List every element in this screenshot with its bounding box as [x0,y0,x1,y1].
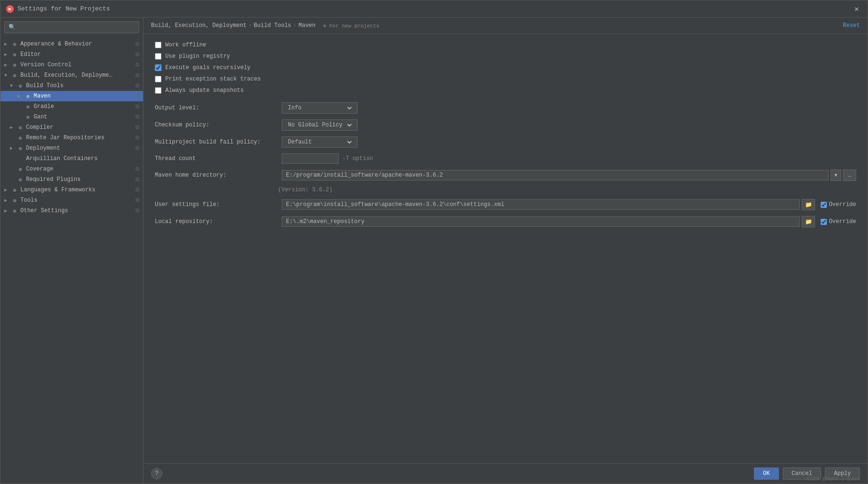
sidebar-item-other-settings[interactable]: ▶ ⊙ Other Settings ⧉ [0,206,143,216]
local-repo-row: Local repository: 📁 Override [155,216,856,227]
copy-icon: ⧉ [135,62,139,68]
sidebar-item-tools[interactable]: ▶ ⊙ Tools ⧉ [0,195,143,206]
sidebar-item-gant[interactable]: ▶ ⊙ Gant ⧉ [0,112,143,122]
item-icon: ⊙ [11,61,18,69]
checkbox-plugin-registry-row: Use plugin registry [155,53,856,60]
reset-button[interactable]: Reset [843,22,860,29]
user-settings-override-label[interactable]: Override [829,201,856,208]
local-repo-input[interactable] [282,216,800,227]
user-settings-label: User settings file: [155,201,278,208]
user-settings-browse-button[interactable]: 📁 [802,199,815,210]
maven-home-label: Maven home directory: [155,172,278,179]
breadcrumb-part3: Maven [298,22,315,29]
thread-count-row: Thread count -T option [155,153,856,164]
arrow-icon: ▶ [4,52,11,57]
window-title: Settings for New Projects [18,5,851,12]
sidebar-item-coverage[interactable]: ▶ ⊙ Coverage ⧉ [0,164,143,174]
item-icon: ⊙ [11,51,18,58]
user-settings-input[interactable] [282,199,800,210]
sidebar-item-required-plugins[interactable]: ▶ ⊙ Required Plugins ⧉ [0,174,143,185]
copy-icon: ⧉ [135,104,139,109]
bottom-bar: ? OK Cancel Apply CSDN @Made | pool [143,463,868,484]
maven-home-input-group: ▼ … [282,170,856,181]
separator1: › [249,22,252,29]
maven-home-input[interactable] [282,170,829,180]
work-offline-label[interactable]: Work offline [165,42,206,48]
arrow-icon: ▶ [4,62,11,68]
copy-icon: ⧉ [135,187,139,193]
item-icon: ⊙ [24,113,32,121]
breadcrumb-part2: Build Tools [254,22,291,29]
sidebar-item-languages[interactable]: ▶ ⊙ Languages & Frameworks ⧉ [0,185,143,195]
arrow-icon: ▶ [10,145,17,151]
copy-icon: ⧉ [135,177,139,182]
close-button[interactable]: ✕ [851,3,862,15]
use-plugin-registry-checkbox[interactable] [155,53,161,60]
local-repo-browse-button[interactable]: 📁 [802,216,815,227]
thread-count-label: Thread count [155,155,278,162]
maven-home-browse-button[interactable]: … [843,170,856,181]
sidebar-item-gradle[interactable]: ▶ ⊙ Gradle ⧉ [0,101,143,112]
output-level-select-wrapper[interactable]: Info Debug Warning Error [282,102,358,114]
sidebar-item-build-tools[interactable]: ▼ ⊙ Build Tools ⧉ [0,81,143,91]
checksum-policy-select-wrapper[interactable]: No Global Policy Strict Warn Ignore [282,119,358,131]
checkbox-print-exception-row: Print exception stack traces [155,76,856,82]
sidebar-item-deployment[interactable]: ▶ ⊙ Deployment ⧉ [0,143,143,153]
use-plugin-registry-label[interactable]: Use plugin registry [165,53,230,60]
arrow-icon: ▶ [10,125,17,130]
checksum-policy-select[interactable]: No Global Policy Strict Warn Ignore [286,121,353,129]
item-icon: ⊙ [24,92,32,100]
sidebar-item-arquillian[interactable]: ▶ ⊙ Arquillian Containers [0,153,143,164]
item-icon: ⊙ [17,144,24,152]
copy-icon: ⧉ [135,83,139,89]
arrow-icon: ▼ [10,83,17,89]
multiproject-policy-select-wrapper[interactable]: Default At End Never Always [282,136,358,148]
execute-goals-checkbox[interactable] [155,64,161,71]
item-icon: ⊙ [11,207,18,215]
checksum-policy-row: Checksum policy: No Global Policy Strict… [155,119,856,131]
output-level-label: Output level: [155,105,278,111]
user-settings-row: User settings file: 📁 Override [155,199,856,210]
local-repo-override-checkbox[interactable] [821,219,827,225]
help-button[interactable]: ? [151,468,162,479]
sidebar-item-build-exec[interactable]: ▼ ⊙ Build, Execution, Deployme… ⧉ [0,70,143,81]
copy-icon: ⧉ [135,114,139,120]
work-offline-checkbox[interactable] [155,42,161,48]
title-bar: ▶ Settings for New Projects ✕ [0,0,868,18]
sidebar-item-editor[interactable]: ▶ ⊙ Editor ⧉ [0,49,143,60]
copy-icon: ⧉ [135,93,139,99]
user-settings-override-checkbox[interactable] [821,202,827,208]
item-icon: ⊙ [17,124,24,131]
always-update-label[interactable]: Always update snapshots [165,87,244,94]
content-area: 🔍 ▶ ⊙ Appearance & Behavior ⧉ ▶ ⊙ Editor… [0,18,868,484]
item-icon: ⊙ [17,176,24,183]
copy-icon: ⧉ [135,125,139,130]
ok-button[interactable]: OK [754,467,779,480]
search-box[interactable]: 🔍 [4,21,139,33]
maven-home-dropdown-button[interactable]: ▼ [831,170,841,181]
execute-goals-label[interactable]: Execute goals recursively [165,64,251,71]
copy-icon: ⧉ [135,166,139,172]
arrow-icon: ▶ [4,187,11,193]
arrow-icon: ▶ [4,41,11,47]
copy-icon: ⧉ [135,52,139,57]
multiproject-policy-row: Multiproject build fail policy: Default … [155,136,856,148]
local-repo-override-group: Override [821,218,856,225]
print-exception-label[interactable]: Print exception stack traces [165,76,261,82]
item-icon: ⊙ [17,165,24,173]
sidebar-item-version-control[interactable]: ▶ ⊙ Version Control ⧉ [0,60,143,70]
multiproject-policy-select[interactable]: Default At End Never Always [286,138,353,146]
print-exception-checkbox[interactable] [155,76,161,82]
sidebar-item-remote-jar[interactable]: ▶ ⊙ Remote Jar Repositories ⧉ [0,133,143,143]
sidebar-item-appearance[interactable]: ▶ ⊙ Appearance & Behavior ⧉ [0,39,143,49]
item-icon: ⊙ [11,40,18,48]
sidebar-item-maven[interactable]: ▶ ⊙ Maven ⧉ [0,91,143,101]
item-icon: ⊙ [24,103,32,110]
sidebar-item-compiler[interactable]: ▶ ⊙ Compiler ⧉ [0,122,143,133]
thread-count-input[interactable] [282,153,339,164]
output-level-select[interactable]: Info Debug Warning Error [286,104,353,112]
always-update-checkbox[interactable] [155,87,161,94]
item-icon: ⊙ [17,134,24,142]
search-input[interactable] [18,24,135,31]
local-repo-override-label[interactable]: Override [829,218,856,225]
